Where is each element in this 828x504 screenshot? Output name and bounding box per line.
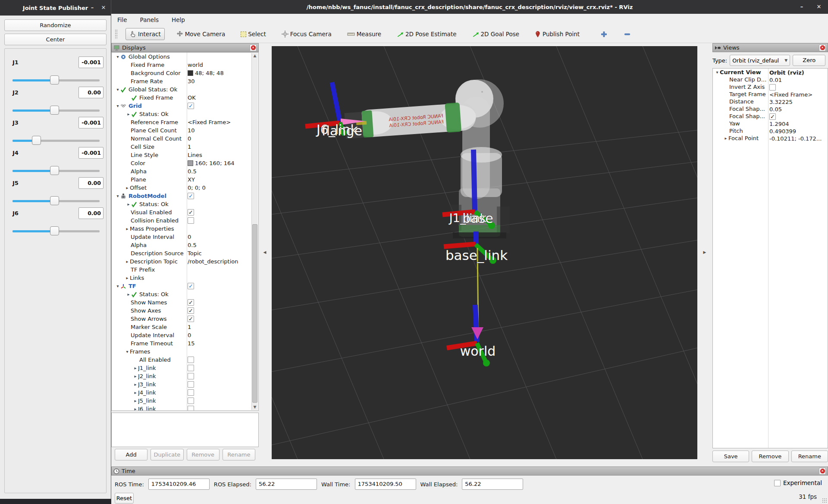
property-value[interactable]: 10 [188,126,257,135]
views-close-button[interactable]: ✕ [819,44,826,51]
checkbox[interactable]: ✓ [188,193,194,199]
rename-display-button[interactable]: Rename [223,449,255,460]
rename-view-button[interactable]: Rename [791,451,828,462]
scrollbar-thumb[interactable] [252,224,257,403]
tree-row[interactable]: ▾Grid✓ [112,102,258,110]
collapse-arrow-icon[interactable]: ▸ [126,112,131,116]
joint-value-field[interactable]: -0.001 [78,56,104,68]
tree-row[interactable]: ▾Current ViewOrbit (rviz) [713,69,828,76]
collapse-arrow-icon[interactable]: ▸ [125,259,130,264]
checkbox[interactable] [188,406,194,411]
tree-row[interactable]: Description SourceTopic [112,249,258,257]
tree-row[interactable]: ▸J4_link [112,388,258,397]
property-value[interactable]: XY [188,175,257,184]
tree-row[interactable]: Plane Cell Count10 [112,126,258,135]
tree-row[interactable]: ▸J3_link [112,380,258,388]
slider-handle[interactable] [50,75,59,85]
property-value[interactable]: 0.5 [188,241,257,249]
property-value[interactable]: -0.10211; -0.172... [769,135,827,143]
tree-row[interactable]: Update Interval0 [112,331,258,339]
resize-grip[interactable] [822,498,827,503]
2d-goal-pose-tool-button[interactable]: 2D Goal Pose [468,28,524,40]
property-value[interactable] [188,388,257,397]
time-field-input[interactable]: 1753410209.46 [148,479,210,490]
property-value[interactable]: OK [188,94,257,102]
property-value[interactable]: ✓ [188,282,257,290]
tree-row[interactable]: ▸J1_link [112,364,258,372]
2d-pose-estimate-tool-button[interactable]: 2D Pose Estimate [393,28,460,40]
tree-row[interactable]: Reference Frame<Fixed Frame> [112,118,258,126]
scroll-up-icon[interactable]: ▲ [252,53,258,59]
property-value[interactable]: ✓ [188,315,257,323]
tree-row[interactable]: Background Color48; 48; 48 [112,69,258,77]
add-tool-button[interactable] [598,28,609,40]
tree-row[interactable]: ▸Status: Ok [112,200,258,208]
property-value[interactable] [188,364,257,372]
property-value[interactable]: 0.5 [188,167,257,175]
experimental-checkbox[interactable] [774,480,781,486]
save-view-button[interactable]: Save [712,451,749,462]
time-field-input[interactable]: 56.22 [462,479,523,490]
duplicate-display-button[interactable]: Duplicate [151,449,183,460]
property-value[interactable]: 0 [188,233,257,241]
checkbox[interactable]: ✓ [188,316,194,322]
property-value[interactable]: Topic [188,249,257,257]
checkbox[interactable] [188,381,194,388]
property-value[interactable] [188,347,257,356]
property-value[interactable] [188,200,257,208]
property-value[interactable] [188,225,257,233]
time-field-input[interactable]: 56.22 [256,479,317,490]
tree-row[interactable]: Fixed FrameOK [112,94,258,102]
tree-row[interactable]: Collision Enabled [112,216,258,225]
collapse-arrow-icon[interactable]: ▸ [133,382,138,387]
tree-row[interactable]: Show Arrows✓ [112,315,258,323]
property-value[interactable]: world [188,61,257,69]
tree-row[interactable]: Marker Scale1 [112,323,258,331]
tree-row[interactable]: ▸J2_link [112,372,258,380]
menu-file[interactable]: File [116,16,129,24]
views-zero-button[interactable]: Zero [793,55,825,66]
checkbox[interactable]: ✓ [188,299,194,306]
tree-row[interactable]: Color160; 160; 164 [112,159,258,167]
expand-arrow-icon[interactable]: ▾ [115,54,120,59]
views-type-dropdown[interactable]: Orbit (rviz_defaul ▼ [730,55,790,66]
add-display-button[interactable]: Add [115,449,147,460]
collapse-arrow-icon[interactable]: ▸ [125,226,130,231]
tree-row[interactable]: Distance3.32225 [713,98,828,105]
property-value[interactable]: /robot_description [188,257,257,266]
joint-value-field[interactable]: -0.001 [78,147,104,159]
checkbox[interactable] [188,389,194,396]
tree-row[interactable]: Near Clip D...0.01 [713,76,828,83]
tree-row[interactable]: ▸Status: Ok [112,110,258,118]
tree-row[interactable]: ▾Global Status: Ok [112,85,258,94]
collapse-arrow-icon[interactable]: ▸ [133,374,138,379]
collapse-arrow-icon[interactable]: ▸ [133,390,138,395]
checkbox[interactable] [188,373,194,379]
joint-slider[interactable] [13,226,100,236]
property-value[interactable] [188,266,257,274]
checkbox[interactable] [188,357,194,363]
tree-row[interactable]: ▾Frames [112,347,258,356]
tree-row[interactable]: Fixed Frameworld [112,61,258,69]
displays-tree[interactable]: ▾Global OptionsFixed FrameworldBackgroun… [111,52,259,411]
randomize-button[interactable]: Randomize [4,19,107,31]
menu-help[interactable]: Help [170,16,187,24]
property-value[interactable]: ✓ [188,307,257,315]
displays-panel-titlebar[interactable]: Displays ✕ [111,43,259,52]
displays-close-button[interactable]: ✕ [250,44,257,51]
property-value[interactable]: ✓ [188,298,257,307]
property-value[interactable] [188,53,257,61]
property-value[interactable]: ✓ [188,102,257,110]
move-camera-tool-button[interactable]: Move Camera [172,28,229,40]
joint-value-field[interactable]: -0.001 [78,117,104,128]
tree-row[interactable]: ▸Focal Point-0.10211; -0.172... [713,135,828,142]
time-field-input[interactable]: 1753410209.50 [355,479,416,490]
tree-row[interactable]: Normal Cell Count0 [112,135,258,143]
tree-row[interactable]: ▸J5_link [112,397,258,405]
tree-row[interactable]: Frame Rate30 [112,77,258,85]
expand-arrow-icon[interactable]: ▾ [115,87,120,92]
joint-slider[interactable] [13,196,100,206]
tree-row[interactable]: Cell Size1 [112,143,258,151]
center-button[interactable]: Center [4,34,107,45]
checkbox[interactable]: ✓ [769,113,776,120]
